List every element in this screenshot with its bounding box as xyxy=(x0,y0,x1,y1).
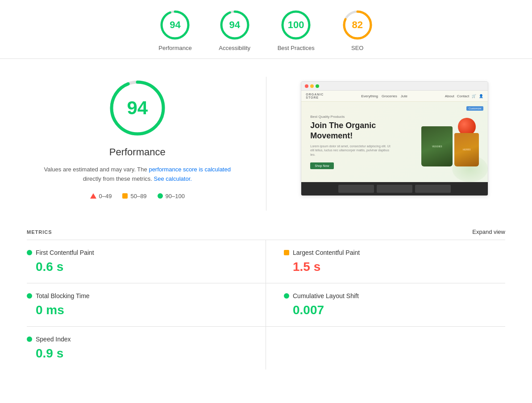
score-label-performance: Performance xyxy=(158,45,191,51)
hero-small-label: Best Quality Products xyxy=(310,115,395,119)
score-item-accessibility[interactable]: 94 Accessibility xyxy=(219,9,251,51)
browser-dot-red xyxy=(305,84,308,88)
legend-range-orange: 50–89 xyxy=(130,193,146,199)
score-value-performance: 94 xyxy=(170,19,180,31)
footer-block-3 xyxy=(415,185,451,193)
expand-view-button[interactable]: Expand view xyxy=(472,229,505,235)
metrics-grid: First Contentful Paint 0.6 s Largest Con… xyxy=(27,240,505,370)
hero-cta-button[interactable]: Shop Now xyxy=(310,162,333,169)
score-value-seo: 82 xyxy=(352,19,363,31)
browser-dot-green xyxy=(316,84,319,88)
footer-block-2 xyxy=(377,185,412,193)
metric-item-cls: Cumulative Layout Shift 0.007 xyxy=(266,283,505,327)
legend: 0–49 50–89 90–100 xyxy=(90,193,185,199)
browser-top-bar xyxy=(301,82,488,91)
big-score-circle: 94 xyxy=(106,77,169,139)
hero-heading: Join The Organic Movement! xyxy=(310,120,395,141)
nav-cart: 🛒 xyxy=(472,94,476,98)
metrics-header: METRICS Expand view xyxy=(27,229,505,240)
nav-user: 👤 xyxy=(479,94,483,98)
performance-title: Performance xyxy=(109,146,166,158)
metric-dot-cls xyxy=(284,293,289,299)
metric-dot-lcp xyxy=(284,250,289,255)
nav-link-everything: Everything xyxy=(361,94,378,98)
metric-label-row-tbt: Total Blocking Time xyxy=(27,292,248,299)
product-bag-orange xyxy=(454,133,479,166)
footer-block-1 xyxy=(338,185,374,193)
nav-links: Everything Groceries Jute xyxy=(361,94,407,98)
hero-products xyxy=(395,118,479,166)
score-circle-performance: 94 xyxy=(159,9,191,41)
legend-range-red: 0–49 xyxy=(99,193,112,199)
site-footer-preview xyxy=(301,182,488,195)
browser-dot-yellow xyxy=(310,84,314,88)
nav-link-jute: Jute xyxy=(401,94,407,98)
big-score-number: 94 xyxy=(127,97,148,119)
site-nav: ORGANIC STORE Everything Groceries Jute … xyxy=(301,91,488,102)
score-item-performance[interactable]: 94 Performance xyxy=(158,9,191,51)
metric-label-lcp: Largest Contentful Paint xyxy=(293,249,360,256)
score-item-best-practices[interactable]: 100 Best Practices xyxy=(278,9,315,51)
metric-label-si: Speed Index xyxy=(36,336,71,343)
metric-value-cls: 0.007 xyxy=(284,303,505,317)
left-panel: 94 Performance Values are estimated and … xyxy=(27,77,248,199)
hero-paragraph: Lorem ipsum dolor sit amet, consectetur … xyxy=(310,144,395,157)
metric-value-tbt: 0 ms xyxy=(27,303,248,317)
metric-dot-tbt xyxy=(27,293,32,299)
legend-range-green: 90–100 xyxy=(166,193,185,199)
score-label-best-practices: Best Practices xyxy=(278,45,315,51)
metric-label-row-si: Speed Index xyxy=(27,336,248,343)
metric-label-row-lcp: Largest Contentful Paint xyxy=(284,249,505,256)
right-panel: ORGANIC STORE Everything Groceries Jute … xyxy=(284,77,506,196)
score-label-seo: SEO xyxy=(351,45,363,51)
score-circle-seo: 82 xyxy=(341,9,374,41)
score-label-accessibility: Accessibility xyxy=(219,45,250,51)
metric-item-lcp: Largest Contentful Paint 1.5 s xyxy=(266,240,505,283)
metric-label-tbt: Total Blocking Time xyxy=(36,292,90,299)
metrics-section: METRICS Expand view First Contentful Pai… xyxy=(0,229,532,370)
legend-item-green: 90–100 xyxy=(158,193,185,199)
product-bag-green xyxy=(421,126,453,166)
nav-contact: Contact xyxy=(457,94,470,98)
metric-label-row-fcp: First Contentful Paint xyxy=(27,249,248,256)
legend-item-orange: 50–89 xyxy=(122,193,146,199)
metric-item-si: Speed Index 0.9 s xyxy=(27,327,266,370)
nav-about: About xyxy=(445,94,454,98)
main-content: 94 Performance Values are estimated and … xyxy=(0,59,532,229)
performance-score-link[interactable]: performance score is calculated xyxy=(149,166,231,173)
metric-label-row-cls: Cumulative Layout Shift xyxy=(284,292,505,299)
calculator-link[interactable]: See calculator. xyxy=(154,175,192,182)
metrics-title: METRICS xyxy=(27,229,52,235)
vertical-divider xyxy=(266,77,266,211)
site-logo: ORGANIC STORE xyxy=(306,93,324,99)
score-circle-best-practices: 100 xyxy=(280,9,312,41)
customize-label: Customize xyxy=(466,106,483,111)
metric-item-tbt: Total Blocking Time 0 ms xyxy=(27,283,266,327)
metric-value-fcp: 0.6 s xyxy=(27,260,248,274)
score-value-best-practices: 100 xyxy=(288,19,304,31)
green-circle-icon xyxy=(158,193,163,199)
metric-label-cls: Cumulative Layout Shift xyxy=(293,292,359,299)
nav-right: About Contact 🛒 👤 xyxy=(445,94,483,98)
score-value-accessibility: 94 xyxy=(229,19,240,31)
metric-value-lcp: 1.5 s xyxy=(284,260,505,274)
top-scores-bar: 94 Performance 94 Accessibility 100 Best… xyxy=(0,0,532,59)
metric-dot-si xyxy=(27,337,32,342)
hero-text: Best Quality Products Join The Organic M… xyxy=(310,115,395,169)
metric-value-si: 0.9 s xyxy=(27,346,248,361)
red-triangle-icon xyxy=(90,193,96,199)
metric-item-fcp: First Contentful Paint 0.6 s xyxy=(27,240,266,283)
nav-link-groceries: Groceries xyxy=(382,94,397,98)
score-circle-accessibility: 94 xyxy=(219,9,251,41)
orange-square-icon xyxy=(122,193,128,199)
description-text: Values are estimated and may vary. The p… xyxy=(44,165,231,184)
metric-label-fcp: First Contentful Paint xyxy=(36,249,94,256)
site-hero: Customize Best Quality Products Join The… xyxy=(301,102,488,182)
website-screenshot: ORGANIC STORE Everything Groceries Jute … xyxy=(301,81,488,196)
legend-item-red: 0–49 xyxy=(90,193,112,199)
score-item-seo[interactable]: 82 SEO xyxy=(341,9,374,51)
metric-dot-fcp xyxy=(27,250,32,255)
